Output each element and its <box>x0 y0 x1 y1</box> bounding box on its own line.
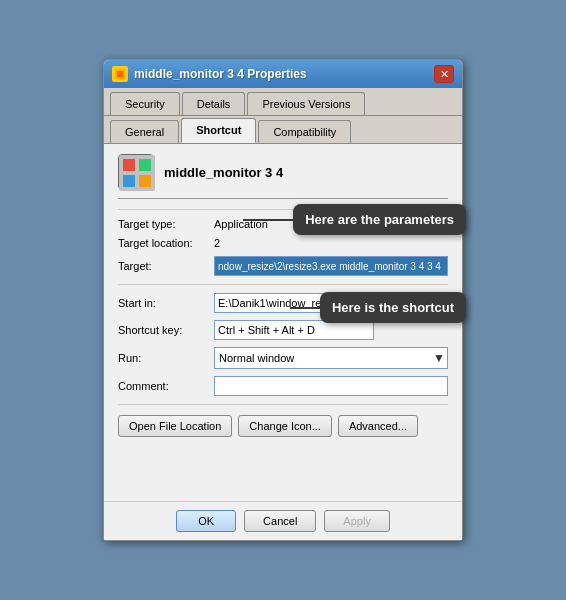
comment-row: Comment: <box>118 376 448 396</box>
target-row: Target: <box>118 256 448 276</box>
svg-rect-4 <box>139 159 151 171</box>
divider-2 <box>118 284 448 285</box>
target-type-label: Target type: <box>118 218 214 230</box>
divider-3 <box>118 404 448 405</box>
title-bar: middle_monitor 3 4 Properties ✕ <box>104 60 462 88</box>
tab-shortcut[interactable]: Shortcut <box>181 118 256 143</box>
target-location-row: Target location: 2 <box>118 237 448 249</box>
close-button[interactable]: ✕ <box>434 65 454 83</box>
comment-label: Comment: <box>118 380 214 392</box>
target-location-label: Target location: <box>118 237 214 249</box>
target-input[interactable] <box>214 256 448 276</box>
tabs-row-1: Security Details Previous Versions <box>104 88 462 116</box>
shortcut-key-label: Shortcut key: <box>118 324 214 336</box>
svg-rect-3 <box>123 159 135 171</box>
callout-shortcut: Here is the shortcut <box>320 292 466 323</box>
action-buttons: Open File Location Change Icon... Advanc… <box>118 415 448 437</box>
target-label: Target: <box>118 260 214 272</box>
tab-compatibility[interactable]: Compatibility <box>258 120 351 143</box>
title-bar-icon <box>112 66 128 82</box>
content-area: Here are the parameters Here is the shor… <box>104 144 462 501</box>
svg-rect-5 <box>123 175 135 187</box>
spacer <box>118 443 448 493</box>
shortcut-key-row: Shortcut key: <box>118 320 448 340</box>
tab-details[interactable]: Details <box>182 92 246 115</box>
properties-window: middle_monitor 3 4 Properties ✕ Security… <box>103 59 463 541</box>
tabs-row-2: General Shortcut Compatibility <box>104 116 462 144</box>
tab-security[interactable]: Security <box>110 92 180 115</box>
comment-input[interactable] <box>214 376 448 396</box>
shortcut-key-input[interactable] <box>214 320 374 340</box>
run-select-wrapper: Normal window Minimized Maximized ▼ <box>214 347 448 369</box>
target-location-value: 2 <box>214 237 220 249</box>
advanced-button[interactable]: Advanced... <box>338 415 418 437</box>
ok-button[interactable]: OK <box>176 510 236 532</box>
start-in-label: Start in: <box>118 297 214 309</box>
run-label: Run: <box>118 352 214 364</box>
app-icon <box>118 154 154 190</box>
run-row: Run: Normal window Minimized Maximized ▼ <box>118 347 448 369</box>
apply-button[interactable]: Apply <box>324 510 390 532</box>
svg-rect-1 <box>117 71 123 77</box>
change-icon-button[interactable]: Change Icon... <box>238 415 332 437</box>
tab-previous-versions[interactable]: Previous Versions <box>247 92 365 115</box>
app-name: middle_monitor 3 4 <box>164 165 283 180</box>
app-header: middle_monitor 3 4 <box>118 154 448 199</box>
run-select[interactable]: Normal window Minimized Maximized <box>214 347 448 369</box>
window-title: middle_monitor 3 4 Properties <box>134 67 428 81</box>
svg-rect-6 <box>139 175 151 187</box>
open-file-location-button[interactable]: Open File Location <box>118 415 232 437</box>
cancel-button[interactable]: Cancel <box>244 510 316 532</box>
bottom-buttons: OK Cancel Apply <box>104 501 462 540</box>
callout-params: Here are the parameters <box>293 204 466 235</box>
tab-general[interactable]: General <box>110 120 179 143</box>
